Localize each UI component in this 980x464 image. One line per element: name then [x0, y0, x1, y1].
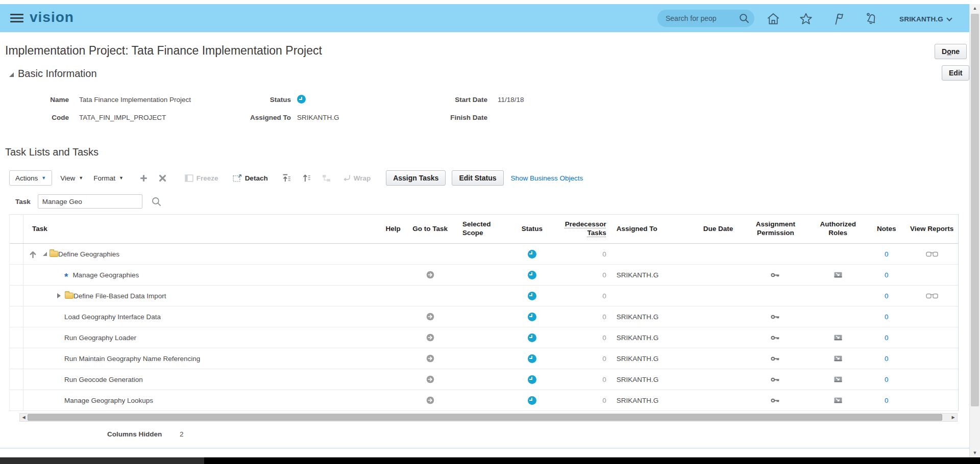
- column-header-authorized-roles[interactable]: Authorized Roles: [808, 215, 867, 243]
- caret-down-icon: ▼: [41, 175, 46, 181]
- go-to-task-icon[interactable]: [426, 313, 434, 321]
- status-in-progress-icon: [297, 95, 306, 104]
- go-to-top-icon[interactable]: [282, 174, 291, 182]
- wrap-button: Wrap: [342, 174, 371, 182]
- assignment-permission-key-icon: [771, 355, 780, 362]
- row-selector-cell[interactable]: [10, 306, 23, 327]
- row-selector-cell[interactable]: [10, 348, 23, 369]
- go-to-task-icon[interactable]: [426, 396, 434, 404]
- column-header-help[interactable]: Help: [380, 215, 406, 243]
- column-header-go-to-task[interactable]: Go to Task: [406, 215, 454, 243]
- scroll-up-arrow[interactable]: ▲: [970, 4, 980, 13]
- home-icon[interactable]: [766, 12, 781, 26]
- detach-button[interactable]: Detach: [233, 174, 268, 182]
- status-in-progress-icon: [528, 333, 536, 342]
- status-in-progress-icon: [528, 271, 536, 279]
- edit-status-button[interactable]: Edit Status: [452, 170, 503, 186]
- authorized-roles-icon: [834, 355, 842, 362]
- column-header-selected-scope[interactable]: Selected Scope: [454, 215, 510, 243]
- window-vertical-scrollbar[interactable]: ▲ ▼: [969, 4, 980, 457]
- column-header-predecessor-tasks[interactable]: Predecessor Tasks: [554, 215, 612, 243]
- notes-count-link[interactable]: 0: [885, 334, 889, 342]
- column-header-assignment-permission[interactable]: Assignment Permission: [742, 215, 808, 243]
- table-row[interactable]: Run Geocode Generation 0 SRIKANTH.G 0: [10, 369, 958, 390]
- favorites-star-icon[interactable]: [798, 12, 814, 26]
- assign-tasks-button[interactable]: Assign Tasks: [386, 170, 446, 186]
- notes-count-link[interactable]: 0: [885, 355, 889, 363]
- notes-count-link[interactable]: 0: [885, 313, 889, 321]
- show-business-objects-link[interactable]: Show Business Objects: [511, 174, 583, 182]
- table-row[interactable]: Manage Geography Lookups 0 SRIKANTH.G 0: [10, 390, 958, 411]
- view-menu[interactable]: View▼: [55, 170, 88, 186]
- scroll-right-arrow[interactable]: ▶: [949, 414, 957, 421]
- freeze-button: Freeze: [185, 174, 218, 182]
- row-selector-cell[interactable]: [10, 265, 23, 285]
- table-row[interactable]: * Manage Geographies 0 SRIKANTH.G 0: [10, 265, 958, 286]
- column-header-view-reports[interactable]: View Reports: [905, 215, 958, 243]
- table-row[interactable]: Run Maintain Geography Name Referencing …: [10, 348, 958, 369]
- predecessor-count: 0: [554, 369, 612, 390]
- required-task-asterisk: *: [64, 274, 68, 279]
- status-in-progress-icon: [528, 396, 536, 405]
- column-header-notes[interactable]: Notes: [867, 215, 905, 243]
- horizontal-scroll-thumb[interactable]: [28, 414, 942, 421]
- row-selector-cell[interactable]: [10, 286, 23, 306]
- hamburger-menu-icon[interactable]: [10, 14, 23, 23]
- assigned-to: SRIKANTH.G: [612, 306, 694, 327]
- notes-count-link[interactable]: 0: [885, 397, 889, 404]
- go-to-task-icon[interactable]: [426, 375, 434, 383]
- notes-count-link[interactable]: 0: [885, 376, 889, 383]
- task-filter-label: Task: [15, 198, 31, 205]
- edit-button[interactable]: Edit: [942, 65, 969, 81]
- view-reports-glasses-icon[interactable]: [926, 293, 938, 299]
- notes-count-link[interactable]: 0: [885, 271, 889, 279]
- global-search-input[interactable]: [666, 14, 739, 22]
- done-button[interactable]: Done: [935, 44, 967, 59]
- row-selector-cell[interactable]: [10, 390, 23, 410]
- search-icon[interactable]: [739, 13, 749, 23]
- vision-logo[interactable]: vision: [30, 9, 74, 25]
- global-search: [657, 10, 754, 27]
- filter-search-icon[interactable]: [152, 197, 161, 207]
- scroll-down-arrow[interactable]: ▼: [970, 449, 980, 457]
- user-menu[interactable]: SRIKANTH.G: [899, 15, 951, 23]
- column-header-assigned-to[interactable]: Assigned To: [612, 215, 694, 243]
- row-selector-cell[interactable]: [10, 369, 23, 390]
- start-date-value: 11/18/18: [498, 96, 524, 104]
- go-to-task-icon[interactable]: [426, 354, 434, 363]
- format-menu[interactable]: Format▼: [88, 170, 129, 186]
- go-to-task-icon[interactable]: [426, 271, 434, 279]
- view-reports-glasses-icon[interactable]: [926, 251, 938, 257]
- caret-down-icon: ▼: [119, 175, 124, 181]
- table-horizontal-scrollbar[interactable]: ◀ ▶: [19, 413, 958, 422]
- collapse-node-icon[interactable]: [43, 252, 47, 256]
- assigned-to: [612, 286, 694, 306]
- go-to-task-icon[interactable]: [426, 333, 434, 342]
- notes-count-link[interactable]: 0: [885, 292, 889, 300]
- start-date-label: Start Date: [390, 96, 487, 104]
- table-row[interactable]: Run Geography Loader 0 SRIKANTH.G 0: [10, 327, 958, 348]
- expand-node-icon[interactable]: [57, 293, 61, 298]
- add-icon[interactable]: [140, 174, 148, 182]
- column-header-due-date[interactable]: Due Date: [694, 215, 743, 243]
- notifications-bell-icon[interactable]: [864, 12, 879, 26]
- table-row[interactable]: Load Geography Interface Data 0 SRIKANTH…: [10, 306, 958, 327]
- task-filter-input[interactable]: [38, 194, 142, 209]
- column-header-status[interactable]: Status: [510, 215, 554, 243]
- table-row[interactable]: Define File-Based Data Import 0 0: [10, 286, 958, 306]
- column-header-task[interactable]: Task: [23, 215, 380, 243]
- notes-count-link[interactable]: 0: [885, 250, 889, 258]
- assignment-permission-key-icon: [771, 314, 780, 320]
- row-selector-cell[interactable]: [10, 327, 23, 348]
- basic-information-section-header[interactable]: Basic Information: [9, 68, 97, 80]
- watchlist-flag-icon[interactable]: [831, 12, 846, 26]
- scroll-left-arrow[interactable]: ◀: [20, 414, 28, 421]
- section-expanded-icon: [9, 72, 14, 77]
- vertical-scroll-thumb[interactable]: [971, 14, 979, 406]
- row-selector-cell[interactable]: [10, 244, 23, 264]
- go-up-icon[interactable]: [302, 174, 311, 182]
- table-row[interactable]: Define Geographies 0 0: [10, 244, 958, 265]
- actions-menu[interactable]: Actions▼: [9, 170, 52, 186]
- delete-icon[interactable]: [159, 174, 166, 182]
- authorized-roles-icon: [834, 397, 842, 404]
